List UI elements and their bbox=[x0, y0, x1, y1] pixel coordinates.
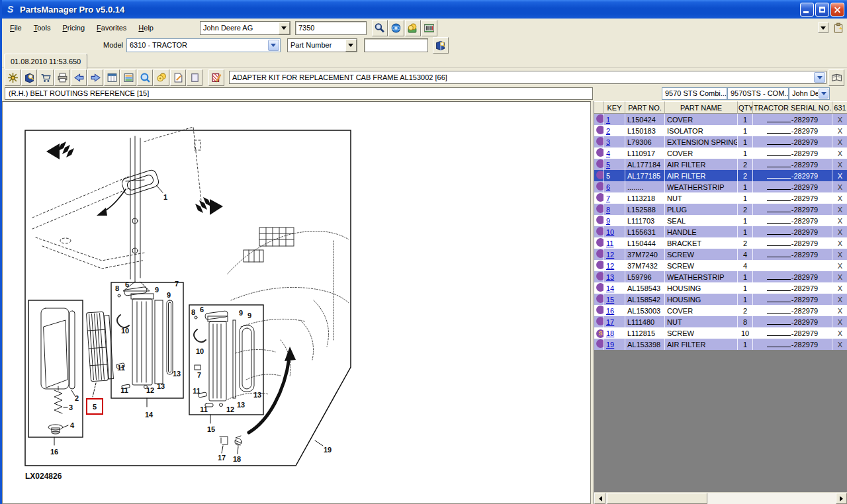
key-cell[interactable]: 5 bbox=[604, 170, 625, 181]
section-combo-arrow[interactable] bbox=[814, 72, 825, 83]
column-view-button[interactable] bbox=[104, 69, 120, 86]
key-link[interactable]: 9 bbox=[606, 217, 610, 225]
notes-button[interactable] bbox=[170, 69, 186, 86]
key-cell[interactable]: 10 bbox=[604, 226, 625, 237]
search-type-combo[interactable]: Part Number bbox=[287, 38, 357, 52]
model-combo-arrow[interactable] bbox=[268, 40, 279, 51]
header-key[interactable]: KEY bbox=[604, 101, 625, 114]
part-search-field[interactable] bbox=[364, 38, 428, 52]
horizontal-scrollbar[interactable] bbox=[594, 492, 847, 504]
scroll-left-button[interactable] bbox=[594, 493, 605, 504]
table-row[interactable]: 1 L150424 COVER 1 -282979 X bbox=[594, 114, 847, 125]
key-link[interactable]: 13 bbox=[606, 273, 614, 281]
scrollbar-thumb[interactable] bbox=[607, 493, 707, 504]
table-row[interactable]: 3 L79306 EXTENSION SPRING 1 -282979 X bbox=[594, 136, 847, 147]
clipboard-icon[interactable] bbox=[832, 22, 844, 34]
key-cell[interactable]: 12 bbox=[604, 260, 625, 271]
header-icon-col[interactable] bbox=[594, 101, 604, 114]
context-combo-2[interactable]: 9570STS - COM... bbox=[727, 87, 789, 100]
menu-help[interactable]: Help bbox=[133, 22, 159, 34]
table-row[interactable]: 15 AL158542 HOUSING 1 -282979 X bbox=[594, 294, 847, 305]
key-cell[interactable]: 18 bbox=[604, 327, 625, 339]
header-serial[interactable]: TRACTOR SERIAL NO. bbox=[753, 101, 832, 114]
key-link[interactable]: 12 bbox=[606, 251, 614, 259]
key-cell[interactable]: 19 bbox=[604, 339, 625, 350]
key-link[interactable]: 5 bbox=[606, 172, 610, 180]
header-part-name[interactable]: PART NAME bbox=[665, 101, 738, 114]
redline-button[interactable] bbox=[208, 69, 224, 86]
search-type-arrow[interactable] bbox=[345, 39, 357, 52]
header-model[interactable]: 631 bbox=[832, 101, 847, 114]
key-link[interactable]: 17 bbox=[606, 318, 614, 326]
price-button[interactable] bbox=[154, 69, 169, 86]
back-button[interactable] bbox=[71, 69, 87, 86]
list-view-button[interactable] bbox=[120, 69, 136, 86]
key-link[interactable]: 7 bbox=[606, 194, 610, 202]
table-row[interactable]: 2 L150183 ISOLATOR 1 -282979 X bbox=[594, 125, 847, 136]
key-cell[interactable]: 14 bbox=[604, 282, 625, 294]
table-row[interactable]: 16 AL153003 COVER 2 -282979 X bbox=[594, 305, 847, 316]
key-cell[interactable]: 3 bbox=[604, 136, 625, 147]
key-link[interactable]: 19 bbox=[606, 341, 614, 349]
page-button[interactable] bbox=[187, 69, 202, 86]
table-row[interactable]: 13 L59796 WEATHERSTRIP 1 -282979 X bbox=[594, 271, 847, 282]
dealer-combo[interactable]: John Deere AG bbox=[200, 21, 290, 35]
key-link[interactable]: 10 bbox=[606, 228, 614, 236]
key-cell[interactable]: 4 bbox=[604, 147, 625, 159]
key-cell[interactable]: 15 bbox=[604, 294, 625, 305]
key-cell[interactable]: 9 bbox=[604, 215, 625, 226]
cart-button[interactable] bbox=[38, 69, 54, 86]
forward-button[interactable] bbox=[87, 69, 103, 86]
key-cell[interactable]: 2 bbox=[604, 125, 625, 136]
dealer-code-field[interactable] bbox=[295, 21, 367, 35]
key-link[interactable]: 6 bbox=[606, 183, 610, 191]
key-link[interactable]: 12 bbox=[606, 262, 614, 270]
barcode-button[interactable] bbox=[422, 20, 437, 36]
diagram-panel[interactable]: 1 bbox=[2, 101, 591, 504]
key-cell[interactable]: 17 bbox=[604, 316, 625, 327]
key-cell[interactable]: 6 bbox=[604, 181, 625, 192]
menu-pricing[interactable]: Pricing bbox=[57, 22, 90, 34]
key-link[interactable]: 3 bbox=[606, 138, 610, 146]
key-cell[interactable]: 8 bbox=[604, 204, 625, 215]
zoom-button[interactable] bbox=[137, 69, 153, 86]
context-combo-3[interactable]: John De bbox=[789, 87, 830, 100]
key-cell[interactable]: 12 bbox=[604, 249, 625, 260]
key-cell[interactable]: 5 bbox=[604, 159, 625, 170]
table-row[interactable]: 7 L113218 NUT 1 -282979 X bbox=[594, 192, 847, 204]
scrollbar-track[interactable] bbox=[707, 493, 836, 504]
table-row[interactable]: 4 L110917 COVER 1 -282979 X bbox=[594, 147, 847, 159]
key-link[interactable]: 2 bbox=[606, 127, 610, 135]
model-combo[interactable]: 6310 - TRACTOR bbox=[126, 38, 281, 52]
table-row[interactable]: 5 AL177185 AIR FILTER 2 -282979 X bbox=[594, 170, 847, 181]
menu-tools[interactable]: Tools bbox=[28, 22, 56, 34]
key-link[interactable]: 8 bbox=[606, 206, 610, 214]
header-part-no[interactable]: PART NO. bbox=[625, 101, 665, 114]
key-link[interactable]: 18 bbox=[606, 329, 614, 337]
print-button[interactable] bbox=[54, 69, 70, 86]
key-cell[interactable]: 1 bbox=[604, 114, 625, 125]
menu-favorites[interactable]: Favorites bbox=[91, 22, 132, 34]
key-link[interactable]: 4 bbox=[606, 149, 610, 157]
minimize-button[interactable] bbox=[800, 3, 814, 17]
catalog-book-button[interactable] bbox=[828, 69, 844, 86]
table-row[interactable]: 11 L150444 BRACKET 2 -282979 X bbox=[594, 237, 847, 249]
close-button[interactable] bbox=[830, 3, 844, 17]
table-row[interactable]: 12 37M7240 SCREW 4 -282979 X bbox=[594, 249, 847, 260]
key-link[interactable]: 1 bbox=[606, 116, 610, 124]
table-row[interactable]: 17 L111480 NUT 8 -282979 X bbox=[594, 316, 847, 327]
key-link[interactable]: 11 bbox=[606, 239, 613, 247]
key-cell[interactable]: 11 bbox=[604, 237, 625, 249]
key-link[interactable]: 14 bbox=[606, 284, 614, 292]
pricing-lookup-button[interactable] bbox=[405, 20, 421, 36]
maximize-button[interactable] bbox=[815, 3, 829, 17]
global-search-button[interactable] bbox=[388, 20, 404, 36]
key-cell[interactable]: 13 bbox=[604, 271, 625, 282]
section-combo[interactable]: ADAPTER KIT FOR REPLACEMENT CAB FRAME AL… bbox=[229, 71, 826, 84]
search-button[interactable] bbox=[372, 20, 388, 36]
table-row[interactable]: 19 AL153398 AIR FILTER 1 -282979 X bbox=[594, 339, 847, 350]
header-qty[interactable]: QTY bbox=[738, 101, 753, 114]
table-row[interactable]: 12 37M7432 SCREW 4 X bbox=[594, 260, 847, 271]
table-row[interactable]: 8 L152588 PLUG 2 -282979 X bbox=[594, 204, 847, 215]
key-cell[interactable]: 7 bbox=[604, 192, 625, 204]
